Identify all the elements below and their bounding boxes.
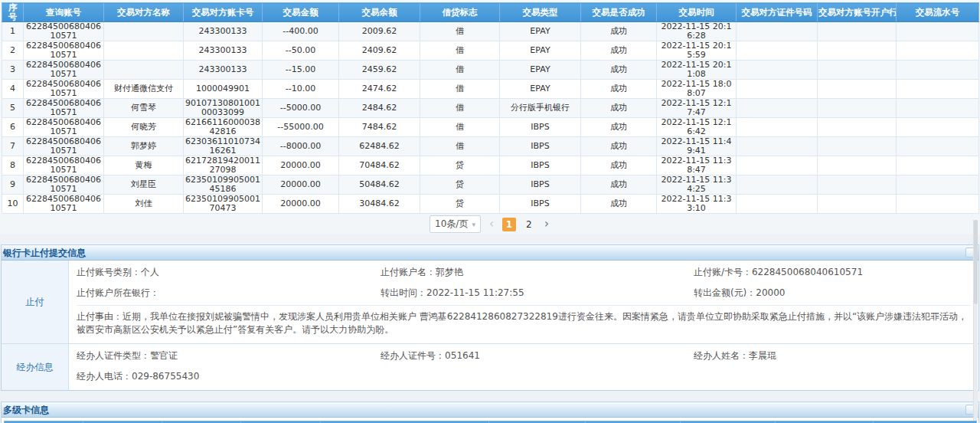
table-cell: EPAY: [500, 61, 581, 80]
table-cell: 1: [2, 22, 24, 41]
table-cell: 刘星臣: [104, 175, 184, 195]
table-cell: 成功: [581, 80, 657, 99]
table-cell: 6228450068040610571: [24, 41, 104, 61]
table-cell: [818, 137, 897, 156]
table-cell: 6216611600003842816: [184, 118, 263, 137]
table-cell: 2: [2, 41, 24, 61]
table-cell: 1000049901: [184, 80, 263, 99]
table-cell: 2022-11-15 11:33:10: [657, 195, 737, 214]
stop-payment-panel-title: 银行卡止付提交信息: [2, 245, 978, 261]
table-cell: IBPS: [500, 175, 581, 195]
field-row: 经办人电话：029-86755430: [77, 366, 971, 387]
table-cell: 2022-11-15 18:08:07: [657, 80, 737, 99]
table-cell: EPAY: [500, 80, 581, 99]
column-header: 查询账号: [24, 3, 104, 22]
column-header: 交易类型: [500, 3, 581, 22]
table-row: 106228450068040610571刘佳62350109905001704…: [2, 195, 979, 214]
field: 经办人证件类型：警官证: [77, 349, 381, 362]
table-cell: --55000.00: [263, 118, 339, 137]
table-cell: 8: [2, 156, 24, 175]
column-header: 交易对方账号开户行: [818, 3, 897, 22]
table-cell: [818, 195, 897, 214]
table-cell: 贷: [420, 156, 500, 175]
field-full-row: 止付事由：近期，我单位在接报刘妮被骗警情中，发现涉案人员利用贵单位相关账户 曹鸿…: [77, 305, 971, 340]
multi-card-panel-title: 多级卡信息: [2, 402, 978, 418]
prev-page-button[interactable]: ‹: [488, 218, 495, 230]
table-cell: [737, 99, 818, 118]
table-row: 66228450068040610571何晓芳62166116000038428…: [2, 118, 979, 137]
table-cell: 10: [2, 195, 24, 214]
table-cell: 6228450068040610571: [24, 61, 104, 80]
table-cell: 借: [420, 80, 500, 99]
table-cell: [818, 118, 897, 137]
page-button-1[interactable]: 1: [502, 218, 516, 231]
table-cell: 刘佳: [104, 195, 184, 214]
table-cell: IBPS: [500, 156, 581, 175]
panel-title-text: 银行卡止付提交信息: [3, 248, 86, 258]
column-header: 交易是否成功: [581, 3, 657, 22]
field-row: 止付账号类别：个人止付账户名：郭梦艳止付账/卡号：622845006804061…: [77, 262, 971, 283]
table-cell: 243300133: [184, 41, 263, 61]
table-cell: 2022-11-15 11:38:47: [657, 156, 737, 175]
table-cell: 2022-11-15 20:11:08: [657, 61, 737, 80]
field: 止付账户名：郭梦艳: [381, 266, 694, 279]
table-cell: [897, 99, 979, 118]
section-gap: [0, 234, 980, 244]
table-cell: 成功: [581, 41, 657, 61]
next-page-button[interactable]: ›: [543, 218, 550, 230]
table-cell: 成功: [581, 61, 657, 80]
table-cell: 2022-11-15 11:34:25: [657, 175, 737, 195]
table-cell: 2022-11-15 12:17:47: [657, 99, 737, 118]
app-window: 序号查询账号交易对方名称交易对方账卡号交易金额交易余额借贷标志交易类型交易是否成…: [0, 0, 980, 423]
table-cell: [104, 61, 184, 80]
table-cell: [897, 156, 979, 175]
column-header: 序号: [2, 3, 24, 22]
table-cell: 30484.62: [339, 195, 420, 214]
table-cell: 何晓芳: [104, 118, 184, 137]
table-cell: 6228450068040610571: [24, 175, 104, 195]
column-header: 交易余额: [339, 3, 420, 22]
page-size-select[interactable]: 10条/页 ▾: [430, 215, 481, 233]
table-cell: 借: [420, 22, 500, 41]
transactions-table: 序号查询账号交易对方名称交易对方账卡号交易金额交易余额借贷标志交易类型交易是否成…: [2, 2, 979, 214]
table-cell: [104, 22, 184, 41]
table-cell: 20000.00: [263, 195, 339, 214]
table-cell: 6228450068040610571: [24, 118, 104, 137]
table-cell: 2022-11-15 20:16:28: [657, 22, 737, 41]
table-cell: 6228450068040610571: [24, 195, 104, 214]
table-cell: 6228450068040610571: [24, 156, 104, 175]
table-cell: 62484.62: [339, 137, 420, 156]
table-cell: --10.00: [263, 80, 339, 99]
page-button-2[interactable]: 2: [522, 218, 536, 231]
multi-card-panel: 多级卡信息 序号级别止付类型所属机构账号余额止付结果录入人录入单位录入时间 1一…: [1, 402, 979, 423]
scrollbar-thumb[interactable]: [974, 220, 978, 304]
table-cell: 70484.62: [339, 156, 420, 175]
table-cell: 借: [420, 118, 500, 137]
table-cell: [737, 195, 818, 214]
table-cell: [897, 118, 979, 137]
table-cell: 成功: [581, 195, 657, 214]
table-cell: 50484.62: [339, 175, 420, 195]
table-cell: 6228450068040610571: [24, 80, 104, 99]
table-cell: 贷: [420, 195, 500, 214]
page-size-label: 10条/页: [435, 218, 468, 231]
vertical-scrollbar[interactable]: [973, 220, 978, 421]
field: 经办人姓名：李晨琨: [694, 349, 971, 362]
table-cell: [818, 99, 897, 118]
table-cell: 6228450068040610571: [24, 99, 104, 118]
table-cell: IBPS: [500, 195, 581, 214]
table-cell: 成功: [581, 137, 657, 156]
section-gap: [0, 391, 980, 402]
table-cell: [818, 61, 897, 80]
table-cell: [104, 41, 184, 61]
table-cell: 成功: [581, 118, 657, 137]
table-cell: 2022-11-15 20:15:59: [657, 41, 737, 61]
table-cell: [818, 22, 897, 41]
table-cell: IBPS: [500, 118, 581, 137]
table-row: 26228450068040610571243300133--50.002409…: [2, 41, 979, 61]
field: [381, 370, 694, 383]
table-cell: [897, 80, 979, 99]
field: 止付账户所在银行：: [77, 287, 381, 300]
transactions-header-row: 序号查询账号交易对方名称交易对方账卡号交易金额交易余额借贷标志交易类型交易是否成…: [2, 3, 979, 22]
column-header: 交易金额: [263, 3, 339, 22]
